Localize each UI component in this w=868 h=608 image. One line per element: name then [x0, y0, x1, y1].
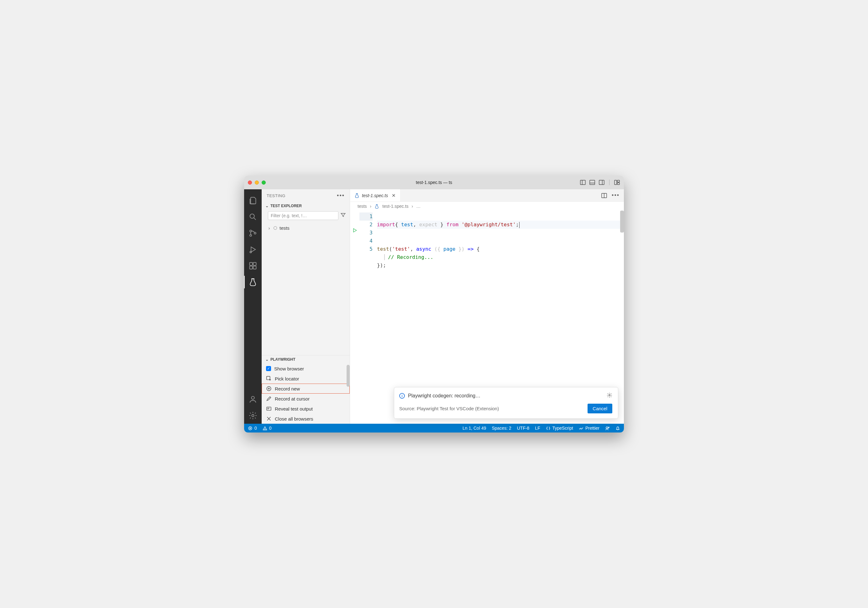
status-feedback[interactable]	[605, 426, 610, 431]
close-window-button[interactable]	[248, 180, 252, 185]
pencil-icon	[266, 396, 272, 402]
filter-icon[interactable]	[340, 212, 346, 219]
layout-sidebar-right-icon[interactable]	[598, 179, 605, 186]
double-check-icon	[579, 426, 583, 431]
status-notifications[interactable]	[615, 426, 620, 431]
split-editor-icon[interactable]	[601, 192, 607, 199]
close-icon	[266, 416, 272, 422]
status-prettier[interactable]: Prettier	[579, 426, 600, 431]
line-number: 4	[360, 237, 373, 245]
editor-tabs: test-1.spec.ts ✕ •••	[350, 189, 624, 202]
editor-tab[interactable]: test-1.spec.ts ✕	[350, 189, 400, 202]
svg-point-12	[250, 234, 252, 236]
sidebar-scrollbar[interactable]	[347, 365, 350, 387]
svg-line-10	[254, 218, 256, 220]
gear-icon[interactable]	[607, 392, 612, 399]
svg-point-11	[250, 230, 252, 232]
playwright-record-new[interactable]: Record new	[262, 384, 350, 394]
cancel-button[interactable]: Cancel	[587, 404, 612, 413]
playwright-close-browsers[interactable]: Close all browsers	[262, 414, 350, 424]
tab-close-icon[interactable]: ✕	[392, 193, 396, 199]
breadcrumbs[interactable]: tests › test-1.spec.ts › …	[350, 202, 624, 211]
playwright-item-label: Record at cursor	[275, 396, 310, 402]
svg-point-22	[252, 415, 254, 417]
tree-item-tests[interactable]: › tests	[267, 224, 350, 232]
svg-rect-0	[580, 180, 585, 185]
source-control-activity[interactable]	[244, 225, 262, 241]
explorer-activity[interactable]	[244, 192, 262, 209]
playwright-section[interactable]: ⌄ PLAYWRIGHT	[262, 355, 350, 363]
status-language[interactable]: TypeScript	[546, 426, 573, 431]
settings-activity[interactable]	[244, 408, 262, 424]
warning-icon	[263, 426, 267, 431]
feedback-icon	[605, 426, 610, 431]
line-numbers: 1 2 3 4 5	[360, 211, 377, 424]
error-icon	[248, 426, 253, 431]
chevron-right-icon: ›	[370, 204, 372, 209]
status-indentation[interactable]: Spaces: 2	[492, 426, 511, 431]
minimap-scrollbar[interactable]	[620, 211, 624, 233]
activity-bar	[244, 189, 262, 424]
layout-sidebar-left-icon[interactable]	[580, 179, 586, 186]
status-bar: 0 0 Ln 1, Col 49 Spaces: 2 UTF-8 LF Type…	[244, 424, 624, 433]
svg-rect-18	[253, 266, 256, 269]
playwright-record-at-cursor[interactable]: Record at cursor	[262, 394, 350, 404]
layout-panel-bottom-icon[interactable]	[589, 179, 595, 186]
accounts-activity[interactable]	[244, 391, 262, 408]
run-debug-activity[interactable]	[244, 241, 262, 257]
svg-rect-8	[617, 183, 620, 185]
run-gutter	[350, 211, 360, 424]
test-explorer-label: TEST EXPLORER	[270, 204, 302, 208]
search-activity[interactable]	[244, 209, 262, 225]
window-controls	[248, 180, 266, 185]
test-filter-input[interactable]	[268, 211, 338, 220]
test-explorer-section[interactable]: ⌄ TEST EXPLORER	[262, 202, 350, 210]
editor-more-icon[interactable]: •••	[612, 192, 620, 199]
sidebar-title: TESTING	[267, 193, 285, 198]
testing-sidebar: TESTING ••• ⌄ TEST EXPLORER › tests	[262, 189, 350, 424]
minimize-window-button[interactable]	[255, 180, 259, 185]
status-errors[interactable]: 0	[248, 426, 257, 431]
beaker-icon	[354, 193, 360, 198]
notification-source: Source: Playwright Test for VSCode (Exte…	[399, 406, 499, 411]
editor-area: test-1.spec.ts ✕ ••• tests › test-1.spec…	[350, 189, 624, 424]
testing-activity[interactable]	[244, 274, 262, 290]
playwright-reveal-output[interactable]: Reveal test output	[262, 404, 350, 414]
chevron-down-icon: ⌄	[265, 204, 268, 208]
playwright-label: PLAYWRIGHT	[270, 357, 296, 362]
customize-layout-icon[interactable]	[614, 179, 620, 186]
status-warnings[interactable]: 0	[263, 426, 272, 431]
tab-filename: test-1.spec.ts	[362, 193, 388, 198]
playwright-item-label: Reveal test output	[275, 406, 313, 411]
status-ring-icon	[274, 226, 277, 230]
info-icon: i	[399, 393, 405, 399]
status-cursor-position[interactable]: Ln 1, Col 49	[462, 426, 486, 431]
status-eol[interactable]: LF	[535, 426, 540, 431]
playwright-panel: ⌄ PLAYWRIGHT ✓ Show browser Pick locator	[262, 355, 350, 424]
inspect-icon	[266, 376, 272, 382]
svg-marker-36	[353, 228, 356, 232]
crumb-folder[interactable]: tests	[358, 204, 367, 209]
status-encoding[interactable]: UTF-8	[517, 426, 530, 431]
tree-item-label: tests	[279, 225, 290, 231]
svg-rect-27	[267, 407, 271, 411]
svg-point-15	[250, 251, 251, 253]
svg-point-21	[251, 397, 254, 399]
svg-point-9	[250, 214, 254, 219]
maximize-window-button[interactable]	[262, 180, 266, 185]
chevron-right-icon: ›	[267, 225, 271, 231]
playwright-show-browser[interactable]: ✓ Show browser	[262, 363, 350, 374]
crumb-trail[interactable]: …	[416, 204, 420, 209]
test-tree: › tests	[262, 222, 350, 232]
sidebar-more-icon[interactable]: •••	[337, 192, 345, 199]
extensions-activity[interactable]	[244, 257, 262, 274]
beaker-icon	[375, 204, 379, 209]
crumb-file[interactable]: test-1.spec.ts	[382, 204, 408, 209]
checkbox-checked-icon[interactable]: ✓	[266, 366, 271, 371]
playwright-pick-locator[interactable]: Pick locator	[262, 374, 350, 384]
play-icon[interactable]	[352, 228, 357, 233]
svg-marker-14	[251, 247, 256, 252]
svg-point-37	[609, 395, 611, 396]
svg-rect-19	[253, 263, 256, 265]
line-number: 5	[360, 245, 373, 253]
